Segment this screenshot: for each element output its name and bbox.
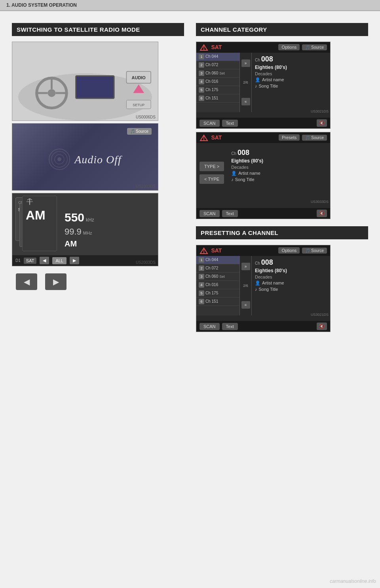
- text-btn-3[interactable]: Text: [222, 323, 238, 330]
- car-dashboard-svg: AUDIO SETUP: [12, 42, 158, 121]
- source-music-icon: 🎵: [305, 45, 310, 50]
- sat-footer-2: SCAN Text 🔇: [196, 208, 330, 219]
- mute-btn-3[interactable]: 🔇: [317, 323, 327, 330]
- sat-info-line1-2: Eighties (80's): [231, 158, 324, 164]
- next-icon: ▶: [53, 277, 59, 286]
- sat-ch-row-4[interactable]: 4 Ch 016: [196, 78, 239, 86]
- sat-type-btns: TYPE > < TYPE: [200, 146, 224, 199]
- sat-info-1: Ch 008 Eighties (80's) Decades 👤 Artist …: [252, 53, 330, 112]
- nav-back-btn-1[interactable]: «: [241, 98, 250, 105]
- sat-ch-row-3[interactable]: 3 Ch 060 Set: [196, 69, 239, 78]
- options-btn-3[interactable]: Options: [278, 247, 300, 254]
- sat-nav-btns-3: » 2/6 «: [240, 256, 252, 315]
- note-icon-3: ♪: [255, 287, 257, 292]
- artist-icon-1: 👤: [255, 77, 260, 82]
- page-header: 1. AUDIO SYSTEM OPERATION: [0, 0, 380, 11]
- sat-footer-1: SCAN Text 🔇: [196, 118, 330, 128]
- speaker-icon-svg: [49, 149, 70, 170]
- sat-ch-row-1[interactable]: 1 Ch 044: [196, 53, 239, 61]
- audio-off-text: Audio Off: [74, 153, 122, 166]
- sat-ch-num-big-1: 008: [261, 55, 273, 63]
- sat-ch-row-3-4[interactable]: 4 Ch 016: [196, 281, 239, 289]
- left-column: SWITCHING TO SATELLITE RADIO MODE: [12, 23, 184, 335]
- next-btn[interactable]: ▶: [70, 257, 79, 264]
- antenna-icon: [26, 198, 34, 206]
- sat-ch-row-6[interactable]: 6 Ch 151: [196, 94, 239, 103]
- sat-ch-label-1: Ch: [255, 58, 260, 62]
- sat-ch-row-3-5[interactable]: 5 Ch 175: [196, 289, 239, 298]
- audio-off-code: US2002DS: [136, 184, 156, 189]
- icon-btn-left-box[interactable]: ◀: [16, 273, 37, 290]
- sat-song-3: ♪ Song Title: [255, 287, 327, 292]
- audio-off-source-btn[interactable]: 🎵 Source: [127, 128, 152, 135]
- audio-off-center: Audio Off: [12, 135, 158, 184]
- all-btn[interactable]: ALL: [52, 257, 66, 264]
- sat-logo-3: SAT: [200, 247, 222, 254]
- sat-ch-label-3: Ch: [255, 261, 260, 265]
- page-content: SWITCHING TO SATELLITE RADIO MODE: [0, 11, 380, 347]
- sat-ch-row-3-1[interactable]: 1 Ch 044: [196, 256, 239, 264]
- svg-rect-8: [76, 76, 113, 98]
- sat-header-1: SAT Options 🎵 Source: [196, 42, 330, 53]
- sat-ch-row-3-2[interactable]: 2 Ch 072: [196, 264, 239, 273]
- sat-screen-2: SAT Presets 🎵 Source TYPE > < TYPE: [196, 132, 331, 219]
- nav-back-btn-3[interactable]: «: [241, 301, 250, 309]
- scan-btn-2[interactable]: SCAN: [200, 210, 220, 217]
- source-btn-3[interactable]: 🎵 Source: [302, 248, 327, 254]
- sat-logo-icon: [200, 44, 208, 51]
- nav-forward-btn-1[interactable]: »: [241, 59, 250, 67]
- switching-section-header: SWITCHING TO SATELLITE RADIO MODE: [12, 23, 184, 36]
- sat-ch-row-3-3[interactable]: 3 Ch 060 Set: [196, 273, 239, 281]
- car-image-code: US0006DS: [136, 115, 156, 119]
- sat-ch-row-2[interactable]: 2 Ch 072: [196, 61, 239, 69]
- tuner-code: US2003DS: [136, 260, 156, 265]
- sat-mode-badge: SAT: [24, 258, 37, 264]
- ch-d1: D1: [15, 258, 21, 263]
- mute-btn-1[interactable]: 🔇: [317, 119, 327, 127]
- sat-screen3-code: US3021DS: [311, 313, 329, 317]
- nav-forward-btn-3[interactable]: »: [241, 263, 250, 270]
- sat-nav-btns-1: » 2/6 «: [240, 53, 252, 112]
- mute-btn-2[interactable]: 🔇: [317, 210, 327, 217]
- svg-point-3: [48, 89, 56, 97]
- text-btn-2[interactable]: Text: [222, 210, 238, 217]
- sat-screen-3: SAT Options 🎵 Source 1 Ch 044: [196, 245, 331, 332]
- freq-medium-unit: MHz: [83, 231, 92, 235]
- sat-info-2: Ch 008 Eighties (80's) Decades 👤 Artist …: [228, 146, 327, 199]
- svg-point-17: [57, 157, 61, 161]
- sat-info-line2-1: Decades: [255, 71, 327, 76]
- source-btn-2[interactable]: 🎵 Source: [302, 135, 327, 141]
- page-indicator-3: 2/6: [243, 284, 248, 288]
- icon-btn-right-box[interactable]: ▶: [45, 273, 66, 290]
- source-music-icon-3: 🎵: [305, 248, 310, 253]
- sat-artist-1: 👤 Artist name: [255, 77, 327, 82]
- source-btn-1[interactable]: 🎵 Source: [302, 44, 327, 50]
- type-forward-btn[interactable]: TYPE >: [200, 162, 224, 171]
- sat-info-line1-3: Eighties (80's): [255, 268, 327, 273]
- scan-btn-1[interactable]: SCAN: [200, 120, 220, 127]
- sat-screen1-code: US3021DS: [311, 109, 329, 113]
- note-icon-2: ♪: [231, 177, 234, 182]
- sat-ch-row-5[interactable]: 5 Ch 175: [196, 86, 239, 94]
- type-back-btn[interactable]: < TYPE: [200, 174, 224, 184]
- text-btn-1[interactable]: Text: [222, 120, 238, 127]
- source-music-icon-2: 🎵: [305, 136, 310, 140]
- sat-info-3: Ch 008 Eighties (80's) Decades 👤 Artist …: [252, 256, 330, 315]
- svg-text:SETUP: SETUP: [133, 103, 144, 107]
- sat-info-line1-1: Eighties (80's): [255, 65, 327, 70]
- sat-header-btns-1: Options 🎵 Source: [278, 44, 327, 50]
- sat-logo-2: SAT: [200, 134, 222, 141]
- prev-btn[interactable]: ◀: [40, 257, 49, 264]
- scan-btn-3[interactable]: SCAN: [200, 323, 220, 330]
- sat-header-2: SAT Presets 🎵 Source: [196, 132, 330, 143]
- sat-ch-row-3-6[interactable]: 6 Ch 151: [196, 298, 239, 306]
- sat-body-3: 1 Ch 044 2 Ch 072 3 Ch 060 Set 4 Ch 01: [196, 256, 330, 315]
- presetting-header: PRESETTING A CHANNEL: [196, 226, 368, 239]
- presets-btn-2[interactable]: Presets: [279, 134, 300, 141]
- sat-song-1: ♪ Song Title: [255, 84, 327, 88]
- prev-icon: ◀: [24, 277, 30, 286]
- audio-off-box: 🎵 Source Audio Off US2002DS: [12, 123, 158, 191]
- sat-info-line2-2: Decades: [231, 165, 324, 170]
- options-btn-1[interactable]: Options: [278, 44, 300, 50]
- header-title: 1. AUDIO SYSTEM OPERATION: [6, 2, 77, 8]
